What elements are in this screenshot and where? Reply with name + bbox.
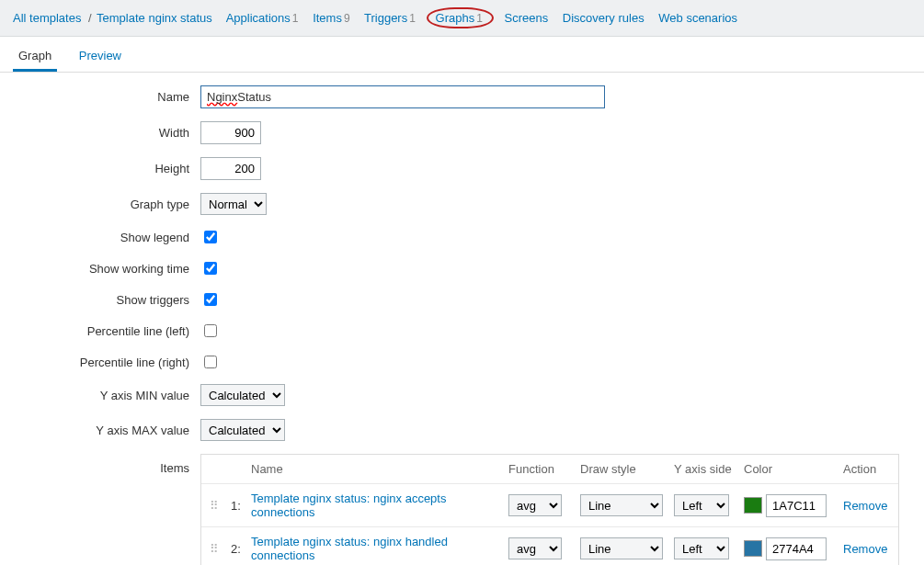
item-index: 2: (225, 535, 245, 563)
item-name-link[interactable]: Template nginx status: nginx handled con… (251, 535, 448, 562)
show-working-time-checkbox[interactable] (204, 262, 217, 275)
item-index: 1: (225, 492, 245, 520)
graph-type-select[interactable]: Normal (200, 193, 267, 215)
height-input[interactable] (200, 157, 261, 180)
col-name: Name (245, 455, 503, 483)
bc-graphs[interactable]: Graphs1 (436, 11, 483, 25)
remove-link[interactable]: Remove (843, 499, 887, 513)
show-triggers-checkbox[interactable] (204, 293, 217, 306)
tab-graph[interactable]: Graph (13, 42, 57, 72)
breadcrumb-bar: All templates / Template nginx status Ap… (0, 0, 924, 37)
item-row: ⠿ 2: Template nginx status: nginx handle… (201, 527, 898, 565)
bc-separator: / (88, 11, 92, 25)
drag-handle-icon[interactable]: ⠿ (201, 492, 225, 520)
label-width: Width (17, 126, 200, 140)
name-input[interactable]: Nginx Status (200, 85, 605, 108)
label-ymax: Y axis MAX value (17, 424, 200, 437)
bc-web-scenarios[interactable]: Web scenarios (658, 11, 737, 25)
color-swatch[interactable] (744, 540, 762, 557)
percentile-left-checkbox[interactable] (204, 324, 217, 337)
label-show-triggers: Show triggers (17, 293, 200, 307)
highlight-graphs: Graphs1 (427, 7, 494, 28)
label-height: Height (17, 162, 200, 175)
label-ymin: Y axis MIN value (17, 389, 200, 402)
yaxis-select[interactable]: Left (674, 537, 729, 559)
items-table: Name Function Draw style Y axis side Col… (200, 454, 899, 565)
label-percentile-left: Percentile line (left) (17, 324, 200, 338)
width-input[interactable] (200, 121, 261, 144)
yaxis-select[interactable]: Left (674, 494, 729, 516)
color-input[interactable] (766, 494, 827, 517)
show-legend-checkbox[interactable] (204, 231, 217, 243)
remove-link[interactable]: Remove (843, 542, 887, 556)
graph-form: Name Nginx Status Width Height Graph typ… (0, 73, 924, 565)
color-input[interactable] (766, 537, 827, 560)
percentile-right-checkbox[interactable] (204, 356, 217, 368)
bc-template-name[interactable]: Template nginx status (97, 11, 212, 25)
draw-style-select[interactable]: Line (580, 537, 663, 559)
bc-screens[interactable]: Screens (504, 11, 548, 25)
function-select[interactable]: avg (508, 537, 562, 559)
tab-preview[interactable]: Preview (74, 42, 127, 69)
ymin-select[interactable]: Calculated (200, 384, 285, 406)
label-percentile-right: Percentile line (right) (17, 356, 200, 369)
bc-applications[interactable]: Applications1 (226, 11, 299, 25)
bc-items[interactable]: Items9 (313, 11, 349, 25)
label-graph-type: Graph type (17, 198, 200, 211)
col-draw: Draw style (575, 455, 668, 483)
item-name-link[interactable]: Template nginx status: nginx accepts con… (251, 492, 446, 519)
function-select[interactable]: avg (508, 494, 562, 516)
label-items: Items (17, 454, 200, 475)
bc-discovery[interactable]: Discovery rules (563, 11, 645, 25)
bc-triggers[interactable]: Triggers1 (364, 11, 416, 25)
ymax-select[interactable]: Calculated (200, 419, 285, 441)
items-header-row: Name Function Draw style Y axis side Col… (201, 455, 898, 484)
label-name: Name (17, 90, 200, 104)
bc-all-templates[interactable]: All templates (13, 11, 81, 25)
col-color: Color (738, 455, 838, 483)
label-show-legend: Show legend (17, 231, 200, 244)
draw-style-select[interactable]: Line (580, 494, 663, 516)
color-swatch[interactable] (744, 497, 762, 514)
tabs-bar: Graph Preview (0, 42, 924, 73)
col-yaxis: Y axis side (668, 455, 738, 483)
item-row: ⠿ 1: Template nginx status: nginx accept… (201, 484, 898, 527)
col-function: Function (503, 455, 575, 483)
drag-handle-icon[interactable]: ⠿ (201, 535, 225, 563)
label-show-working-time: Show working time (17, 262, 200, 276)
col-action: Action (838, 455, 893, 483)
